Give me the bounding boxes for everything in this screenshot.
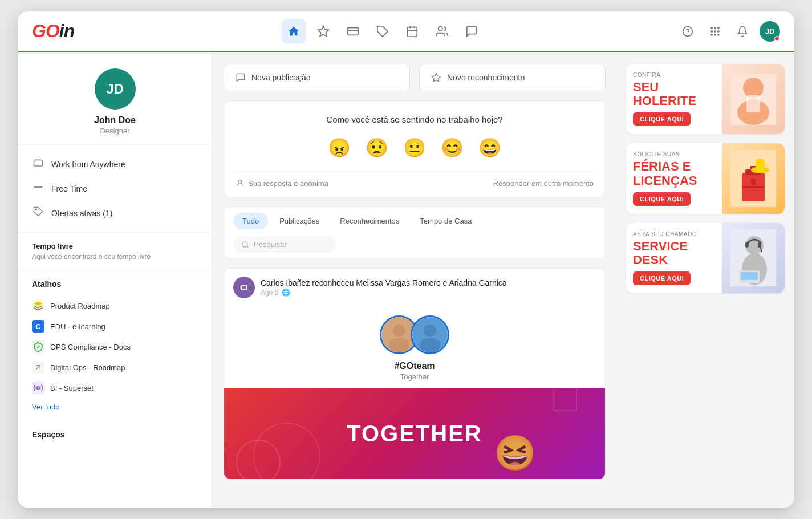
- mood-question: Como você está se sentindo no trabalho h…: [236, 115, 594, 124]
- promo-servicedesk-image: [722, 223, 785, 293]
- nav-chat-btn[interactable]: [459, 19, 484, 44]
- ofertas-label: Ofertas ativas (1): [51, 209, 112, 218]
- nav-tag-btn[interactable]: [370, 19, 395, 44]
- profile-role: Designer: [100, 127, 129, 135]
- svg-rect-52: [756, 159, 765, 172]
- promo-holerite-btn[interactable]: CLIQUE AQUI: [633, 112, 691, 126]
- svg-rect-12: [714, 27, 716, 29]
- tempo-livre-desc: Aqui você encontrará o seu tempo livre: [32, 253, 198, 261]
- promo-ferias-btn[interactable]: CLIQUE AQUI: [633, 192, 691, 206]
- sidebar-item-ofertas[interactable]: Ofertas ativas (1): [18, 201, 212, 225]
- together-text: TOGETHER: [347, 421, 482, 447]
- svg-rect-14: [711, 30, 713, 32]
- svg-rect-19: [717, 34, 719, 35]
- svg-point-34: [424, 325, 436, 337]
- ops-compliance-icon: [32, 340, 44, 353]
- svg-point-25: [37, 387, 40, 390]
- svg-rect-13: [717, 27, 719, 29]
- mood-anon-text: Sua resposta é anônima: [248, 179, 328, 188]
- svg-point-40: [743, 78, 764, 98]
- svg-point-31: [393, 325, 405, 337]
- product-roadmap-label: Product Roadmap: [50, 302, 110, 310]
- main-content: Nova publicação Novo reconhecimento Como…: [212, 52, 617, 508]
- shortcut-edu[interactable]: C EDU - e-learning: [32, 316, 198, 336]
- sidebar: JD John Doe Designer Work from Anywhere: [18, 52, 212, 508]
- tempo-livre-title: Tempo livre: [32, 242, 198, 250]
- svg-rect-18: [714, 34, 716, 35]
- edu-icon: C: [32, 320, 44, 333]
- post-avatar: CI: [233, 277, 255, 298]
- svg-line-29: [247, 246, 249, 248]
- together-emoji: 😆: [494, 433, 537, 473]
- mood-happy[interactable]: 😊: [439, 135, 466, 161]
- promo-holerite: CONFIRA SEU HOLERITE CLIQUE AQUI: [626, 64, 785, 134]
- post-avatar-text: CI: [240, 283, 248, 292]
- tab-publicacoes[interactable]: Publicações: [270, 213, 328, 229]
- nav-home-btn[interactable]: [281, 19, 306, 44]
- shortcut-digital-ops[interactable]: Digital Ops - Roadmap: [32, 357, 198, 378]
- promo-holerite-image: [722, 64, 785, 134]
- mood-sad[interactable]: 😟: [363, 135, 391, 161]
- help-btn[interactable]: [677, 21, 698, 42]
- sidebar-item-free-time[interactable]: Free Time: [18, 176, 212, 201]
- grid-btn[interactable]: [705, 21, 725, 42]
- nav-people-btn[interactable]: [429, 19, 454, 44]
- mood-very-happy[interactable]: 😄: [476, 135, 504, 161]
- recognition-subtitle: Together: [400, 372, 429, 381]
- promo-ferias-content: SOLICITE SUAS FÉRIAS E LICENÇAS CLIQUE A…: [626, 143, 785, 213]
- svg-rect-1: [348, 27, 358, 35]
- profile-initials: JD: [106, 81, 124, 97]
- nova-publicacao-label: Nova publicação: [251, 73, 311, 82]
- svg-point-8: [439, 26, 442, 30]
- feed-search[interactable]: Pesquisar: [233, 236, 336, 253]
- mood-card: Como você está se sentindo no trabalho h…: [224, 100, 606, 197]
- tab-tempo-de-casa[interactable]: Tempo de Casa: [411, 213, 481, 229]
- promo-ferias-small: SOLICITE SUAS: [633, 151, 715, 157]
- atalhos-section: Atalhos Product Roadmap C EDU - e-learni…: [18, 270, 212, 421]
- profile-avatar[interactable]: JD: [95, 68, 136, 110]
- ver-tudo-link[interactable]: Ver tudo: [32, 403, 59, 411]
- post-author: Carlos Ibañez reconheceu Melissa Vargas …: [261, 278, 596, 287]
- svg-point-24: [35, 209, 36, 210]
- sidebar-item-work-from-anywhere[interactable]: Work from Anywhere: [18, 152, 212, 176]
- svg-rect-17: [711, 34, 713, 35]
- svg-marker-0: [318, 26, 328, 35]
- nav-star-btn[interactable]: [311, 19, 336, 44]
- nav-wallet-btn[interactable]: [340, 19, 366, 44]
- nav-calendar-btn[interactable]: [400, 19, 425, 44]
- mood-angry[interactable]: 😠: [326, 135, 353, 161]
- nav-right: JD: [677, 21, 780, 42]
- promo-ferias-title: FÉRIAS E LICENÇAS: [633, 160, 715, 187]
- promo-holerite-content: CONFIRA SEU HOLERITE CLIQUE AQUI: [626, 64, 785, 134]
- user-avatar[interactable]: JD: [760, 21, 780, 42]
- search-placeholder: Pesquisar: [254, 240, 287, 249]
- promo-servicedesk-text: ABRA SEU CHAMADO SERVICE DESK CLIQUE AQU…: [626, 223, 722, 293]
- digital-ops-icon: [32, 361, 44, 374]
- svg-point-32: [389, 338, 409, 352]
- top-nav: GOin: [18, 11, 794, 52]
- shortcut-bi-superset[interactable]: BI - Superset: [32, 378, 198, 398]
- tab-tudo[interactable]: Tudo: [233, 213, 268, 229]
- tab-reconhecimentos[interactable]: Reconhecimentos: [331, 213, 408, 229]
- feed-tabs: Tudo Publicações Reconhecimentos Tempo d…: [233, 213, 596, 229]
- sidebar-menu: Work from Anywhere Free Time Ofertas ati…: [18, 145, 212, 233]
- ops-compliance-label: OPS Compliance - Docs: [50, 343, 131, 351]
- svg-rect-38: [554, 388, 576, 411]
- free-time-icon: [32, 182, 44, 195]
- promo-ferias-text: SOLICITE SUAS FÉRIAS E LICENÇAS CLIQUE A…: [626, 143, 722, 213]
- mood-neutral[interactable]: 😐: [401, 135, 428, 161]
- recognition-tag: #GOteam: [394, 361, 435, 371]
- free-time-label: Free Time: [51, 184, 87, 193]
- work-anywhere-label: Work from Anywhere: [51, 160, 125, 169]
- svg-rect-50: [751, 179, 756, 185]
- shortcut-product-roadmap[interactable]: Product Roadmap: [32, 295, 198, 316]
- promo-servicedesk-btn[interactable]: CLIQUE AQUI: [633, 271, 691, 285]
- bell-btn[interactable]: [732, 21, 753, 42]
- profile-name: John Doe: [94, 115, 136, 125]
- novo-reconhecimento-btn[interactable]: Novo reconhecimento: [419, 64, 606, 91]
- shortcut-ops-compliance[interactable]: OPS Compliance - Docs: [32, 336, 198, 357]
- svg-rect-15: [714, 30, 716, 32]
- mood-skip[interactable]: Responder em outro momento: [493, 179, 594, 188]
- svg-rect-20: [34, 160, 43, 167]
- nova-publicacao-btn[interactable]: Nova publicação: [224, 64, 410, 91]
